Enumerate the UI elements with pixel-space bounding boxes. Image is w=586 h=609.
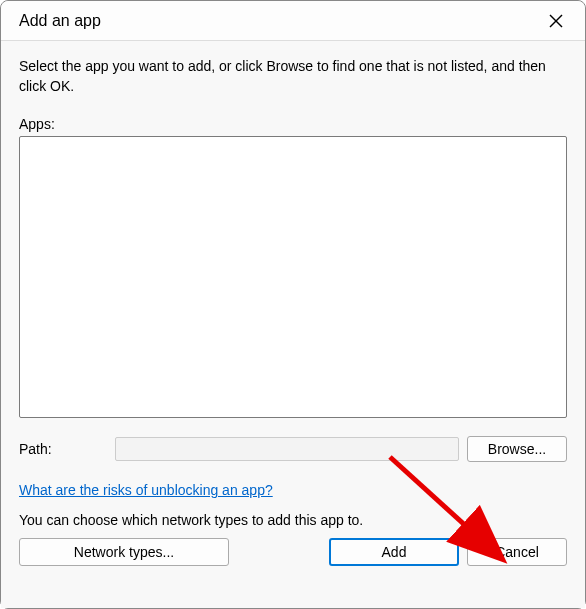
add-app-dialog: Add an app Select the app you want to ad… — [0, 0, 586, 609]
path-input[interactable] — [115, 437, 459, 461]
dialog-content: Select the app you want to add, or click… — [1, 41, 585, 608]
dialog-title: Add an app — [19, 12, 101, 30]
path-row: Path: Browse... — [19, 436, 567, 462]
apps-label: Apps: — [19, 116, 567, 132]
apps-listbox[interactable] — [19, 136, 567, 418]
cancel-button[interactable]: Cancel — [467, 538, 567, 566]
risks-link[interactable]: What are the risks of unblocking an app? — [19, 482, 567, 498]
close-button[interactable] — [535, 5, 577, 37]
instruction-text: Select the app you want to add, or click… — [19, 57, 567, 96]
titlebar: Add an app — [1, 1, 585, 41]
footer-buttons: Network types... Add Cancel — [19, 538, 567, 566]
network-types-description: You can choose which network types to ad… — [19, 512, 567, 528]
close-icon — [549, 14, 563, 28]
add-button[interactable]: Add — [329, 538, 459, 566]
path-label: Path: — [19, 441, 107, 457]
network-types-button[interactable]: Network types... — [19, 538, 229, 566]
browse-button[interactable]: Browse... — [467, 436, 567, 462]
